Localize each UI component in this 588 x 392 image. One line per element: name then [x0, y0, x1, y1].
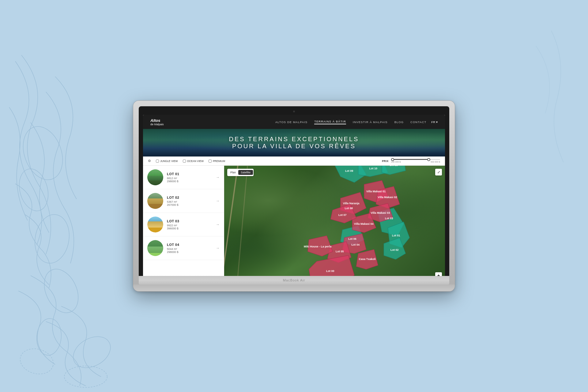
lot-title-04: LOT 04 — [167, 243, 212, 247]
lot-arrow-02: → — [216, 199, 220, 203]
lot-item-02[interactable]: LOT 02 5367 m² 267000 $ → — [143, 189, 224, 213]
svg-text:Lot 08: Lot 08 — [345, 207, 353, 210]
filter-bar: ⚙ JUNGLE VIEW OCEAN VIEW PREMIUM PRIX — [143, 156, 445, 166]
filter-premium[interactable]: PREMIUM — [209, 160, 225, 163]
map-zoom-in-button[interactable]: + — [435, 272, 442, 276]
lot-info-01: LOT 01 6812 m² 298000 $ — [167, 172, 212, 183]
svg-text:Villa Makasi 03: Villa Makasi 03 — [371, 211, 390, 214]
price-label: PRIX — [382, 160, 389, 163]
hero-section: DES TERRAINS EXCEPTIONNELS POUR LA VILLA… — [143, 129, 445, 156]
lot-info-02: LOT 02 5367 m² 267000 $ — [167, 196, 212, 206]
svg-marker-10 — [382, 166, 405, 175]
price-range-fill — [391, 159, 430, 160]
lot-arrow-03: → — [216, 222, 220, 227]
svg-text:Lot 00: Lot 00 — [326, 270, 334, 273]
lot-thumbnail-03 — [147, 217, 163, 232]
svg-text:Villa Makasi 01: Villa Makasi 01 — [366, 190, 386, 193]
svg-point-0 — [16, 121, 70, 185]
lot-item-01[interactable]: LOT 01 6812 m² 298000 $ → — [143, 166, 224, 189]
nav-language[interactable]: FR ▾ — [431, 120, 438, 124]
price-max-handle[interactable] — [427, 158, 430, 161]
price-min-handle[interactable] — [391, 158, 394, 161]
lot-area-04: 5044 m² — [167, 247, 212, 251]
nav-terrains[interactable]: TERRAINS À BÂTIR — [314, 120, 346, 124]
lot-price-04: 298000 $ — [167, 251, 212, 254]
svg-text:Lot 01: Lot 01 — [392, 234, 400, 237]
lot-area-03: 9922 m² — [167, 224, 212, 227]
lot-thumbnail-01 — [147, 169, 163, 185]
lot-item-03[interactable]: LOT 03 9922 m² 396000 $ → — [143, 213, 224, 236]
expand-icon: ⤢ — [437, 170, 440, 174]
laptop-chin — [133, 285, 455, 291]
svg-text:Lot 05: Lot 05 — [336, 250, 344, 253]
laptop-camera — [293, 111, 295, 112]
ocean-view-checkbox[interactable] — [183, 160, 186, 163]
lot-title-03: LOT 03 — [167, 219, 212, 223]
laptop-shell: Altos de Malpais ALTOS DE MALPAIS TERRAI… — [133, 101, 455, 291]
filter-ocean-view[interactable]: OCEAN VIEW — [183, 160, 204, 163]
svg-text:Lot 11: Lot 11 — [390, 166, 398, 167]
filter-price: PRIX 140 000 $ 400 000 $ — [382, 159, 440, 163]
price-slider[interactable] — [391, 159, 440, 160]
svg-marker-23 — [309, 255, 354, 276]
svg-text:Lot 06: Lot 06 — [348, 237, 356, 240]
map-panel[interactable]: Lot 09 Lot 10 Lot 11 Villa Makasi 01 Vil… — [224, 166, 445, 276]
lot-price-02: 267000 $ — [167, 203, 212, 206]
lot-item-04[interactable]: LOT 04 5044 m² 298000 $ → — [143, 236, 224, 260]
lot-thumbnail-04 — [147, 240, 163, 256]
svg-text:Villa Naranja: Villa Naranja — [343, 202, 360, 205]
laptop-base: MacBook Air — [139, 276, 449, 285]
nav-contact[interactable]: CONTACT — [410, 120, 426, 124]
lots-overlay: Lot 09 Lot 10 Lot 11 Villa Makasi 01 Vil… — [224, 166, 445, 276]
price-labels: 140 000 $ 400 000 $ — [391, 161, 440, 163]
nav-investir[interactable]: INVESTIR À MALPAIS — [353, 120, 388, 124]
filter-icon: ⚙ — [148, 159, 151, 163]
lot-thumbnail-02 — [147, 193, 163, 209]
laptop-screen: Altos de Malpais ALTOS DE MALPAIS TERRAI… — [143, 115, 445, 276]
svg-point-4 — [35, 318, 63, 356]
svg-text:Lot 02: Lot 02 — [390, 248, 399, 251]
price-min-label: 140 000 $ — [391, 161, 401, 163]
filter-jungle-view[interactable]: JUNGLE VIEW — [156, 160, 178, 163]
map-type-control[interactable]: Plan Satellite — [227, 169, 254, 176]
svg-text:Lot 09: Lot 09 — [345, 169, 353, 172]
svg-text:Lot 07: Lot 07 — [338, 213, 347, 217]
svg-text:Villa Makasi 02: Villa Makasi 02 — [378, 196, 397, 199]
svg-point-2 — [31, 212, 73, 266]
lot-price-01: 298000 $ — [167, 180, 212, 183]
price-max-label: 400 000 $ — [431, 161, 440, 163]
lot-info-04: LOT 04 5044 m² 298000 $ — [167, 243, 212, 254]
svg-text:Lot 03: Lot 03 — [385, 217, 393, 220]
site-nav: Altos de Malpais ALTOS DE MALPAIS TERRAI… — [143, 115, 445, 129]
laptop-model: MacBook Air — [283, 278, 305, 282]
map-expand-button[interactable]: ⤢ — [435, 169, 442, 175]
svg-text:Villa Makasi 04: Villa Makasi 04 — [354, 222, 373, 225]
svg-point-3 — [38, 264, 85, 318]
screen-bezel: Altos de Malpais ALTOS DE MALPAIS TERRAI… — [139, 106, 449, 276]
svg-text:Casa Txakoli: Casa Txakoli — [359, 258, 376, 261]
nav-items: ALTOS DE MALPAIS TERRAINS À BÂTIR INVEST… — [275, 120, 426, 124]
lot-arrow-01: → — [216, 175, 220, 179]
chevron-down-icon: ▾ — [436, 120, 438, 124]
premium-checkbox[interactable] — [209, 160, 212, 163]
site-logo: Altos de Malpais — [150, 118, 164, 126]
map-type-plan[interactable]: Plan — [228, 170, 238, 175]
zoom-in-icon: + — [437, 273, 440, 276]
map-container[interactable]: Lot 09 Lot 10 Lot 11 Villa Makasi 01 Vil… — [224, 166, 445, 276]
content-area: LOT 01 6812 m² 298000 $ → — [143, 166, 445, 276]
lot-title-01: LOT 01 — [167, 172, 212, 176]
hero-title: DES TERRAINS EXCEPTIONNELS POUR LA VILLA… — [229, 136, 359, 150]
nav-blog[interactable]: BLOG — [394, 120, 404, 124]
lot-arrow-04: → — [216, 246, 220, 250]
nav-altos[interactable]: ALTOS DE MALPAIS — [275, 120, 307, 124]
lot-title-02: LOT 02 — [167, 196, 212, 199]
lot-list: LOT 01 6812 m² 298000 $ → — [143, 166, 224, 276]
lot-info-03: LOT 03 9922 m² 396000 $ — [167, 219, 212, 230]
jungle-view-checkbox[interactable] — [156, 160, 159, 163]
svg-text:Miki House - La perla: Miki House - La perla — [304, 245, 332, 248]
map-type-satellite[interactable]: Satellite — [238, 170, 253, 175]
lot-area-01: 6812 m² — [167, 177, 212, 180]
svg-text:Lot 04: Lot 04 — [351, 243, 360, 246]
price-slider-container[interactable]: 140 000 $ 400 000 $ — [391, 159, 440, 163]
lot-price-03: 396000 $ — [167, 227, 212, 230]
